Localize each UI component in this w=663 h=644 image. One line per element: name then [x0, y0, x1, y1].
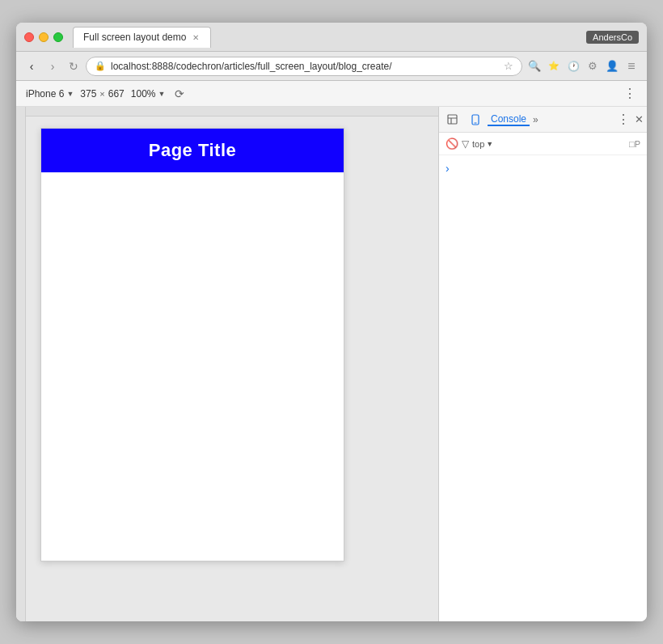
menu-icon[interactable]: ≡: [623, 57, 640, 75]
filter-icon[interactable]: ▽: [462, 138, 469, 150]
console-level-arrow: ▼: [486, 140, 493, 148]
console-filter-bar: 🚫 ▽ top ▼ □P: [439, 133, 647, 155]
profile-badge[interactable]: AndersCo: [586, 31, 639, 44]
zoom-level: 100%: [131, 88, 156, 100]
search-icon[interactable]: 🔍: [526, 57, 543, 75]
url-text: localhost:8888/codechron/articles/full_s…: [111, 61, 499, 72]
page-header: Page Title: [41, 129, 344, 172]
device-frame: Page Title: [40, 128, 344, 561]
address-bar[interactable]: 🔒 localhost:8888/codechron/articles/full…: [86, 57, 522, 76]
nav-icons-right: 🔍 ⭐ 🕐 ⚙ 👤 ≡: [526, 57, 640, 75]
browser-window: Full screen layout demo ✕ AndersCo ‹ › ↻…: [16, 23, 647, 621]
reload-icon: ↻: [69, 60, 78, 73]
dimensions: 375 × 667: [80, 88, 125, 100]
console-prompt[interactable]: ›: [446, 162, 640, 175]
devtools-tabs: Console » ⋮ ✕: [439, 107, 647, 133]
back-button[interactable]: ‹: [23, 57, 40, 75]
nav-bar: ‹ › ↻ 🔒 localhost:8888/codechron/article…: [16, 52, 647, 81]
tab-bar: Full screen layout demo ✕: [73, 27, 586, 48]
minimize-button[interactable]: [39, 32, 49, 42]
active-tab[interactable]: Full screen layout demo ✕: [73, 27, 211, 48]
rotate-icon[interactable]: ⟳: [175, 87, 184, 100]
console-right-icons: □P: [629, 139, 640, 149]
zoom-dropdown-arrow: ▼: [158, 90, 166, 98]
svg-rect-0: [448, 115, 457, 124]
devtools-more-icon[interactable]: ⋮: [617, 112, 630, 127]
page-content: [41, 172, 344, 561]
forward-button[interactable]: ›: [44, 57, 61, 75]
dimension-separator: ×: [99, 89, 104, 99]
forward-icon: ›: [51, 60, 55, 73]
devtools-content: ›: [439, 155, 647, 621]
tab-title: Full screen layout demo: [83, 32, 186, 43]
device-toolbar: iPhone 6 ▼ 375 × 667 100% ▼ ⟳ ⋮: [16, 81, 647, 107]
console-p-icon[interactable]: □P: [629, 139, 640, 149]
extensions-icon[interactable]: ⚙: [584, 57, 602, 75]
devtools-panel: Console » ⋮ ✕ 🚫 ▽ top ▼ □P: [438, 107, 647, 621]
console-tab[interactable]: Console: [488, 113, 530, 126]
device-selector[interactable]: iPhone 6 ▼: [26, 88, 74, 100]
user-icon[interactable]: 👤: [603, 57, 621, 75]
more-tabs-icon[interactable]: »: [533, 114, 538, 125]
page-title: Page Title: [149, 140, 237, 161]
star-icon[interactable]: ☆: [504, 60, 513, 72]
devtools-tabs-right: ⋮ ✕: [617, 112, 644, 127]
traffic-lights: [24, 32, 63, 42]
ruler-horizontal: [16, 107, 438, 117]
more-options-icon[interactable]: ⋮: [623, 86, 637, 101]
back-icon: ‹: [30, 60, 34, 73]
devtools-inspect-icon[interactable]: [442, 109, 463, 130]
console-level-selector[interactable]: top ▼: [472, 139, 493, 149]
no-entry-icon[interactable]: 🚫: [446, 138, 458, 150]
viewport-height: 667: [108, 88, 125, 100]
main-area: Page Title: [16, 107, 647, 621]
viewport-width: 375: [80, 88, 96, 100]
devtools-close-icon[interactable]: ✕: [635, 113, 644, 125]
lock-icon: 🔒: [95, 61, 106, 71]
console-level-text: top: [472, 139, 484, 149]
tab-close-icon[interactable]: ✕: [191, 32, 201, 42]
reload-button[interactable]: ↻: [65, 57, 82, 75]
close-button[interactable]: [24, 32, 34, 42]
device-toolbar-right: ⋮: [623, 86, 637, 101]
device-name: iPhone 6: [26, 88, 64, 100]
zoom-selector[interactable]: 100% ▼: [131, 88, 166, 100]
ruler-vertical: [16, 107, 26, 621]
viewport-area: Page Title: [16, 107, 438, 621]
maximize-button[interactable]: [53, 32, 63, 42]
title-bar: Full screen layout demo ✕ AndersCo: [16, 23, 647, 52]
devtools-mobile-icon[interactable]: [465, 109, 486, 130]
device-dropdown-arrow: ▼: [66, 90, 74, 98]
history-icon[interactable]: 🕐: [564, 57, 582, 75]
bookmark-icon[interactable]: ⭐: [545, 57, 563, 75]
